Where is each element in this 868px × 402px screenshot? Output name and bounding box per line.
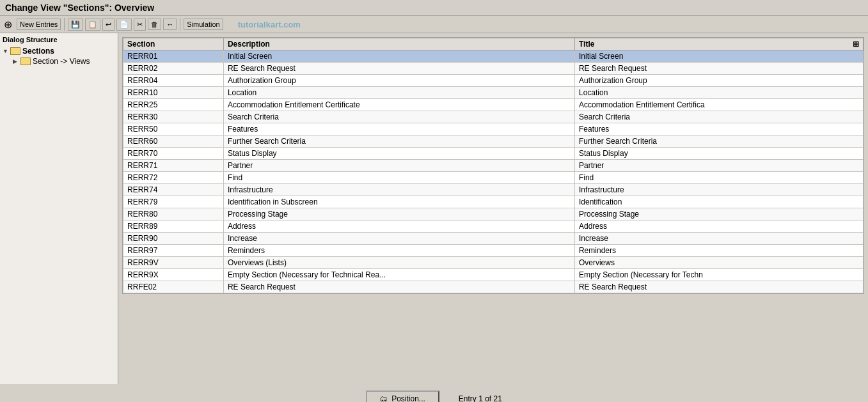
- cut-button[interactable]: ✂: [134, 19, 146, 31]
- table-row[interactable]: RERR50FeaturesFeatures: [123, 123, 864, 135]
- cell-section: RERR72: [123, 172, 224, 184]
- cell-section: RERR89: [123, 220, 224, 233]
- table-row[interactable]: RERR74InfrastructureInfrastructure: [123, 184, 864, 196]
- table-row[interactable]: RERR01Initial ScreenInitial Screen: [123, 50, 864, 63]
- table-row[interactable]: RERR79Identification in SubscreenIdentif…: [123, 196, 864, 208]
- cell-description: Empty Section (Necessary for Technical R…: [223, 269, 574, 281]
- save-button[interactable]: 💾: [68, 19, 83, 31]
- cell-section: RERR25: [123, 99, 224, 111]
- position-label: Position...: [391, 394, 425, 402]
- cell-title: Search Criteria: [574, 111, 863, 123]
- undo-button[interactable]: ↩: [102, 19, 114, 31]
- paste-button[interactable]: 📄: [116, 19, 132, 31]
- table-row[interactable]: RERR90IncreaseIncrease: [123, 233, 864, 245]
- table-row[interactable]: RERR02RE Search RequestRE Search Request: [123, 63, 864, 75]
- sections-table: Section Description Title ⊞ RERR01Initia…: [123, 38, 864, 293]
- cell-section: RERR80: [123, 208, 224, 220]
- cell-title: Address: [574, 220, 863, 233]
- cell-title: Further Search Criteria: [574, 135, 863, 148]
- toolbar: ⊕ New Entries 💾 📋 ↩ 📄 ✂ 🗑 ↔ Simulation t…: [0, 16, 868, 33]
- toolbar-separator-2: [180, 18, 180, 31]
- cell-section: RRFE02: [123, 281, 224, 293]
- simulation-button[interactable]: Simulation: [184, 19, 223, 30]
- cell-description: Identification in Subscreen: [223, 196, 574, 208]
- cell-title: Partner: [574, 160, 863, 172]
- cell-title: Authorization Group: [574, 75, 863, 87]
- cell-section: RERR79: [123, 196, 224, 208]
- tree-item-sections[interactable]: ▼ Sections: [3, 46, 115, 56]
- tree-label-section-views: Section -> Views: [33, 57, 90, 66]
- new-entries-button[interactable]: New Entries: [17, 19, 61, 30]
- cell-title: Overviews: [574, 257, 863, 269]
- table-scroll[interactable]: Section Description Title ⊞ RERR01Initia…: [123, 38, 864, 293]
- cell-title: Features: [574, 123, 863, 135]
- cell-title: Reminders: [574, 245, 863, 257]
- cell-description: Infrastructure: [223, 184, 574, 196]
- entry-info: Entry 1 of 21: [459, 394, 502, 402]
- table-row[interactable]: RERR9XEmpty Section (Necessary for Techn…: [123, 269, 864, 281]
- table-row[interactable]: RERR80Processing StageProcessing Stage: [123, 208, 864, 220]
- cell-title: Processing Stage: [574, 208, 863, 220]
- table-row[interactable]: RERR9VOverviews (Lists)Overviews: [123, 257, 864, 269]
- cell-title: Find: [574, 172, 863, 184]
- cell-description: Search Criteria: [223, 111, 574, 123]
- cell-title: Increase: [574, 233, 863, 245]
- cell-description: Status Display: [223, 148, 574, 160]
- move-button[interactable]: ↔: [163, 19, 177, 30]
- table-row[interactable]: RERR72FindFind: [123, 172, 864, 184]
- table-row[interactable]: RERR71PartnerPartner: [123, 160, 864, 172]
- cell-section: RERR01: [123, 50, 224, 63]
- cell-section: RERR04: [123, 75, 224, 87]
- cell-title: Location: [574, 87, 863, 99]
- table-row[interactable]: RERR30Search CriteriaSearch Criteria: [123, 111, 864, 123]
- tree-arrow-sections: ▼: [3, 48, 10, 54]
- dialog-structure-panel: Dialog Structure ▼ Sections ▶ Section ->…: [0, 33, 118, 384]
- cell-title: Status Display: [574, 148, 863, 160]
- delete-button[interactable]: 🗑: [148, 19, 161, 30]
- cell-description: Reminders: [223, 245, 574, 257]
- cell-description: Location: [223, 87, 574, 99]
- cell-section: RERR30: [123, 111, 224, 123]
- cell-description: Processing Stage: [223, 208, 574, 220]
- cell-section: RERR02: [123, 63, 224, 75]
- cell-description: RE Search Request: [223, 63, 574, 75]
- cell-title: Accommodation Entitlement Certifica: [574, 99, 863, 111]
- watermark-text: tutorialkart.com: [238, 20, 301, 29]
- table-area: Section Description Title ⊞ RERR01Initia…: [118, 33, 868, 384]
- table-row[interactable]: RERR60Further Search CriteriaFurther Sea…: [123, 135, 864, 148]
- table-row[interactable]: RERR89AddressAddress: [123, 220, 864, 233]
- table-row[interactable]: RERR25Accommodation Entitlement Certific…: [123, 99, 864, 111]
- cell-description: Accommodation Entitlement Certificate: [223, 99, 574, 111]
- copy-button[interactable]: 📋: [85, 19, 100, 31]
- cell-section: RERR10: [123, 87, 224, 99]
- column-settings-icon[interactable]: ⊞: [853, 40, 859, 49]
- tree-label-sections: Sections: [22, 47, 54, 56]
- folder-icon-sections: [10, 47, 20, 55]
- cell-section: RERR71: [123, 160, 224, 172]
- main-content: Dialog Structure ▼ Sections ▶ Section ->…: [0, 33, 868, 384]
- cell-description: Features: [223, 123, 574, 135]
- table-row[interactable]: RRFE02RE Search RequestRE Search Request: [123, 281, 864, 293]
- tree-item-section-views[interactable]: ▶ Section -> Views: [3, 56, 115, 66]
- toolbar-separator-1: [64, 18, 65, 31]
- tree-arrow-section-views: ▶: [13, 58, 20, 65]
- table-row[interactable]: RERR04Authorization GroupAuthorization G…: [123, 75, 864, 87]
- cell-section: RERR60: [123, 135, 224, 148]
- cell-title: Empty Section (Necessary for Techn: [574, 269, 863, 281]
- cell-title: RE Search Request: [574, 63, 863, 75]
- cell-description: Overviews (Lists): [223, 257, 574, 269]
- cell-description: Address: [223, 220, 574, 233]
- table-row[interactable]: RERR70Status DisplayStatus Display: [123, 148, 864, 160]
- cell-description: Authorization Group: [223, 75, 574, 87]
- cell-description: Partner: [223, 160, 574, 172]
- cell-title: Initial Screen: [574, 50, 863, 63]
- cell-description: RE Search Request: [223, 281, 574, 293]
- table-row[interactable]: RERR10LocationLocation: [123, 87, 864, 99]
- cell-section: RERR50: [123, 123, 224, 135]
- cell-section: RERR9V: [123, 257, 224, 269]
- folder-icon-section-views: [20, 58, 31, 65]
- cell-title: Infrastructure: [574, 184, 863, 196]
- cell-section: RERR97: [123, 245, 224, 257]
- table-row[interactable]: RERR97RemindersReminders: [123, 245, 864, 257]
- position-button[interactable]: 🗂 Position...: [366, 390, 439, 402]
